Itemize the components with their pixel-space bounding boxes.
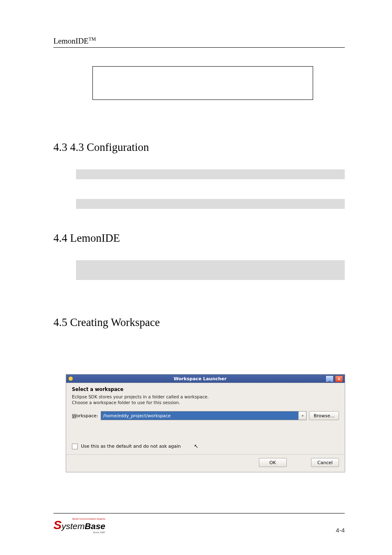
svg-point-0 [69, 377, 73, 381]
section-4-3-title: 4.3 4.3 Configuration [53, 141, 345, 154]
dialog-desc-line1: Eclipse SDK stores your projects in a fo… [72, 394, 209, 399]
code-block-placeholder [76, 199, 345, 209]
dialog-title: Workspace Launcher [76, 376, 324, 382]
ok-button[interactable]: OK [259, 458, 287, 467]
dialog-description: Eclipse SDK stores your projects in a fo… [72, 394, 339, 405]
chevron-down-icon: ▾ [302, 414, 303, 418]
section-4-4-title: 4.4 LemonIDE [53, 232, 345, 245]
page-footer: Serial Communication Experts SystemBase … [53, 513, 345, 534]
use-default-label: Use this as the default and do not ask a… [81, 444, 181, 449]
minimize-button[interactable]: _ [325, 375, 334, 382]
cancel-button[interactable]: Cancel [311, 458, 339, 467]
close-icon: × [337, 377, 341, 381]
workspace-row: Workspace: /home/eddy_project/workspace … [72, 411, 339, 420]
header-tm: TM [88, 36, 96, 42]
section-4-5-title: 4.5 Creating Workspace [53, 316, 345, 329]
page-number: 4-4 [336, 527, 345, 534]
workspace-combobox[interactable]: /home/eddy_project/workspace ▾ [101, 411, 307, 420]
code-block-placeholder-tall [76, 260, 345, 280]
browse-mnemonic: B [314, 413, 317, 419]
use-default-mnemonic: U [81, 444, 84, 449]
app-icon [68, 376, 74, 382]
logo-letter-s: S [53, 518, 62, 532]
dialog-body: Select a workspace Eclipse SDK stores yo… [66, 383, 345, 455]
document-header: LemonIDETM [53, 36, 345, 48]
use-default-checkbox[interactable] [72, 444, 78, 449]
dialog-heading: Select a workspace [72, 386, 339, 392]
logo-text-base: Base [85, 521, 105, 531]
empty-figure-box [92, 66, 313, 100]
browse-button[interactable]: Browse... [309, 411, 339, 420]
workspace-input[interactable]: /home/eddy_project/workspace [101, 412, 299, 420]
header-brand: LemonIDETM [53, 37, 96, 45]
workspace-launcher-dialog: Workspace Launcher _ × Select a workspac… [66, 374, 345, 472]
dialog-titlebar[interactable]: Workspace Launcher _ × [66, 375, 345, 383]
workspace-label-mnemonic: W [72, 413, 76, 419]
code-block-placeholder [76, 169, 345, 179]
dialog-footer: OK Cancel [66, 455, 345, 472]
logo-text-mid: ystem [62, 521, 85, 531]
workspace-label-rest: orkspace: [76, 413, 98, 419]
minimize-icon: _ [329, 377, 331, 381]
systembase-logo: Serial Communication Experts SystemBase … [53, 518, 105, 534]
use-default-row: Use this as the default and do not ask a… [72, 443, 339, 449]
dialog-desc-line2: Choose a workspace folder to use for thi… [72, 400, 180, 405]
mouse-cursor-icon: ↖ [194, 443, 198, 449]
workspace-dropdown-button[interactable]: ▾ [298, 412, 306, 420]
header-brand-text: LemonIDE [53, 37, 88, 45]
workspace-label: Workspace: [72, 413, 98, 419]
use-default-label-rest: se this as the default and do not ask ag… [84, 444, 181, 449]
close-button[interactable]: × [335, 375, 343, 382]
browse-label-rest: rowse... [317, 413, 334, 419]
